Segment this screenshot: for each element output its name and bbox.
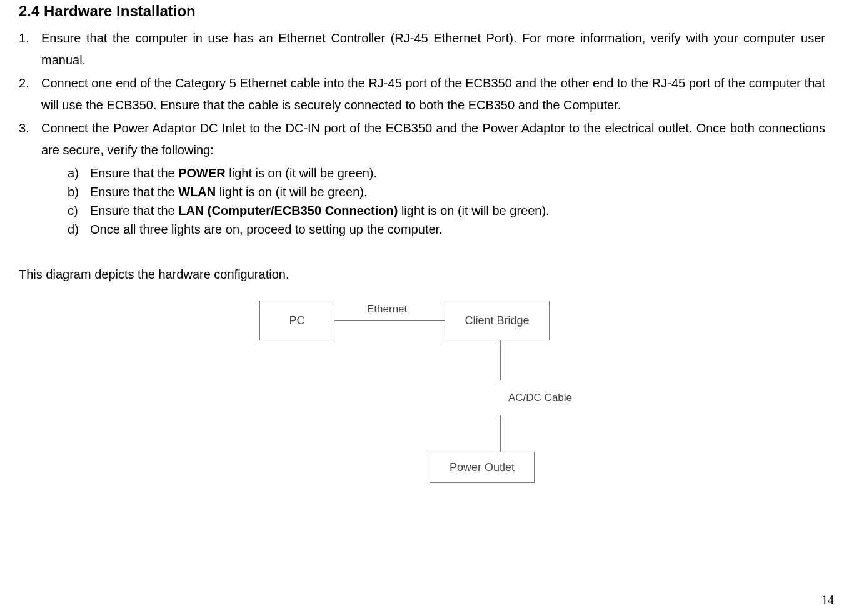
diagram-line-ethernet — [334, 320, 445, 321]
diagram-box-client-bridge: Client Bridge — [445, 301, 550, 340]
substep-c-pre: Ensure that the — [90, 204, 178, 217]
substep-c-post: light is on (it will be green). — [398, 204, 549, 217]
verify-sublist: Ensure that the POWER light is on (it wi… — [41, 164, 825, 239]
substep-b: Ensure that the WLAN light is on (it wil… — [68, 182, 825, 201]
substep-d: Once all three lights are on, proceed to… — [68, 220, 825, 239]
step-3: Connect the Power Adaptor DC Inlet to th… — [19, 117, 825, 239]
page-number: 14 — [821, 593, 834, 607]
diagram-line-cb-down — [500, 340, 501, 380]
install-steps-list: Ensure that the computer in use has an E… — [19, 27, 825, 239]
substep-a: Ensure that the POWER light is on (it wi… — [68, 164, 825, 182]
diagram-label-acdc: AC/DC Cable — [508, 392, 572, 404]
diagram-caption: This diagram depicts the hardware config… — [19, 267, 825, 282]
substep-a-post: light is on (it will be green). — [226, 166, 377, 180]
diagram-container: PC Client Bridge Power Outlet Ethernet A… — [19, 294, 825, 494]
substep-b-pre: Ensure that the — [90, 185, 178, 199]
step-1: Ensure that the computer in use has an E… — [19, 27, 825, 71]
step-3-text: Connect the Power Adaptor DC Inlet to th… — [41, 121, 825, 157]
substep-b-bold: WLAN — [178, 185, 216, 199]
diagram-box-pc: PC — [259, 301, 334, 340]
substep-b-post: light is on (it will be green). — [216, 185, 367, 199]
step-2: Connect one end of the Category 5 Ethern… — [19, 72, 825, 116]
substep-a-bold: POWER — [178, 166, 226, 180]
diagram-label-ethernet: Ethernet — [367, 303, 407, 315]
substep-c: Ensure that the LAN (Computer/ECB350 Con… — [68, 201, 825, 220]
hardware-diagram: PC Client Bridge Power Outlet Ethernet A… — [247, 294, 597, 494]
diagram-box-power-outlet: Power Outlet — [430, 452, 535, 483]
section-heading: 2.4 Hardware Installation — [19, 0, 825, 20]
diagram-line-power-up — [500, 415, 501, 452]
substep-a-pre: Ensure that the — [90, 166, 178, 180]
substep-c-bold: LAN (Computer/ECB350 Connection) — [178, 204, 398, 217]
